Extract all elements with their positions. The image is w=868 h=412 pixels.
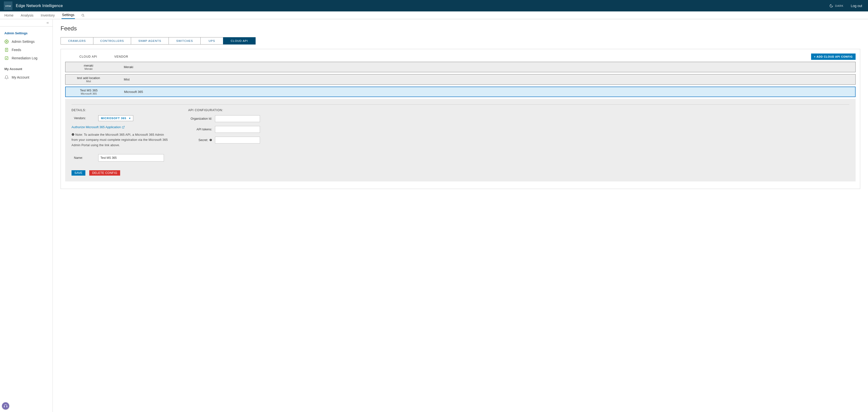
svg-point-2 bbox=[6, 41, 7, 42]
info-icon: ? bbox=[71, 133, 74, 136]
name-input[interactable] bbox=[98, 154, 164, 161]
sidebar-item-label: Remediation Log bbox=[12, 56, 37, 60]
api-config-title: API CONFIGURATION: bbox=[188, 108, 260, 112]
org-id-label: Organization Id: bbox=[188, 117, 215, 120]
details-panel: DETAILS: Vendors: MICROSOFT 365 ▼ bbox=[65, 99, 856, 182]
authorize-link-text: Authorize Microsoft 365 Application bbox=[71, 125, 121, 129]
dark-label: DARK bbox=[835, 4, 844, 7]
external-link-icon bbox=[122, 126, 125, 129]
secret-input[interactable] bbox=[215, 137, 260, 144]
save-button[interactable]: SAVE bbox=[71, 170, 85, 176]
svg-point-0 bbox=[82, 14, 84, 16]
svg-text:?: ? bbox=[210, 139, 211, 141]
svg-rect-14 bbox=[6, 406, 7, 407]
vendors-select[interactable]: MICROSOFT 365 ▼ bbox=[98, 115, 133, 121]
moon-icon bbox=[829, 4, 833, 8]
sidebar-item-label: Admin Settings bbox=[12, 40, 34, 43]
nav-analysis[interactable]: Analysis bbox=[20, 11, 34, 19]
sidebar-item-feeds[interactable]: Feeds bbox=[0, 46, 53, 54]
chevron-double-left-icon bbox=[46, 21, 50, 25]
sidebar-item-admin-settings[interactable]: Admin Settings bbox=[0, 37, 53, 46]
row-sub: Mist bbox=[65, 80, 112, 83]
feed-tabs: CRAWLERS CONTROLLERS SNMP AGENTS SWITCHE… bbox=[61, 37, 860, 44]
vendors-value: MICROSOFT 365 bbox=[101, 117, 126, 120]
row-name: meraki bbox=[65, 64, 112, 67]
tab-switches[interactable]: SWITCHES bbox=[168, 37, 200, 44]
app-title: Edge Network Intelligence bbox=[16, 4, 63, 8]
org-id-input[interactable] bbox=[215, 115, 260, 122]
details-title: DETAILS: bbox=[71, 108, 174, 112]
caret-down-icon: ▼ bbox=[128, 117, 131, 120]
ms365-note: ? Note: To activate the Microsoft 365 AP… bbox=[71, 132, 169, 148]
authorize-ms365-link[interactable]: Authorize Microsoft 365 Application bbox=[71, 125, 125, 129]
name-label: Name: bbox=[74, 156, 86, 160]
row-vendor: Meraki bbox=[124, 65, 133, 69]
delete-config-button[interactable]: DELETE CONFIG bbox=[89, 170, 120, 176]
nav-settings[interactable]: Settings bbox=[62, 11, 75, 19]
note-text: Note: To activate the Microsoft 365 API,… bbox=[71, 133, 168, 147]
dark-mode-toggle[interactable]: DARK bbox=[829, 4, 844, 8]
tab-snmp-agents[interactable]: SNMP AGENTS bbox=[131, 37, 168, 44]
vmw-logo: vmw bbox=[4, 1, 12, 10]
secret-label-text: Secret: bbox=[198, 138, 208, 142]
svg-text:?: ? bbox=[72, 134, 73, 135]
tab-cloud-api[interactable]: CLOUD API bbox=[223, 37, 256, 44]
sidebar-item-remediation-log[interactable]: Remediation Log bbox=[0, 54, 53, 62]
sidebar-item-my-account[interactable]: My Account bbox=[0, 73, 53, 82]
svg-line-8 bbox=[123, 126, 125, 127]
row-name: test add location bbox=[65, 76, 112, 80]
app-header: vmw Edge Network Intelligence DARK Log o… bbox=[0, 0, 868, 11]
sidebar: Admin Settings Admin Settings Feeds Reme… bbox=[0, 19, 53, 412]
sidebar-item-label: My Account bbox=[12, 75, 29, 79]
cloud-api-panel: CLOUD API VENDOR + ADD CLOUD API CONFIG … bbox=[61, 49, 860, 189]
sidebar-section-admin: Admin Settings bbox=[0, 27, 53, 37]
main-content: Feeds CRAWLERS CONTROLLERS SNMP AGENTS S… bbox=[53, 19, 868, 412]
gear-icon bbox=[4, 39, 9, 44]
th-vendor: VENDOR bbox=[114, 55, 144, 58]
table-row[interactable]: Test MS 365 Microsoft 365 Microsoft 365 bbox=[65, 87, 856, 97]
table-header-row: CLOUD API VENDOR + ADD CLOUD API CONFIG bbox=[65, 54, 856, 62]
row-name: Test MS 365 bbox=[66, 89, 112, 92]
nav-home[interactable]: Home bbox=[4, 11, 14, 19]
doc-icon bbox=[4, 48, 9, 52]
svg-rect-7 bbox=[5, 57, 8, 60]
tab-ups[interactable]: UPS bbox=[200, 37, 223, 44]
headset-icon bbox=[4, 404, 7, 408]
tab-controllers[interactable]: CONTROLLERS bbox=[93, 37, 131, 44]
row-sub: Microsoft 365 bbox=[66, 92, 112, 95]
th-cloud-api: CLOUD API bbox=[65, 55, 112, 58]
logo-text: vmw bbox=[5, 4, 11, 7]
table-row[interactable]: meraki Meraki Meraki bbox=[65, 62, 856, 72]
sidebar-collapse-button[interactable] bbox=[0, 19, 53, 27]
nav-inventory[interactable]: Inventory bbox=[40, 11, 56, 19]
api-tokens-label: API tokens: bbox=[188, 128, 215, 131]
api-tokens-input[interactable] bbox=[215, 126, 260, 133]
secret-label: Secret: ? bbox=[188, 138, 215, 142]
help-fab-button[interactable] bbox=[2, 402, 9, 410]
page-title: Feeds bbox=[61, 25, 860, 32]
check-square-icon bbox=[4, 56, 9, 60]
bell-icon bbox=[4, 75, 9, 80]
vendors-label: Vendors: bbox=[74, 117, 89, 120]
row-sub: Meraki bbox=[65, 67, 112, 70]
nav-search-icon[interactable] bbox=[81, 13, 85, 17]
svg-line-1 bbox=[84, 16, 84, 17]
row-vendor: Microsoft 365 bbox=[124, 90, 143, 94]
tab-crawlers[interactable]: CRAWLERS bbox=[61, 37, 93, 44]
sidebar-section-myaccount: My Account bbox=[0, 62, 53, 73]
svg-rect-13 bbox=[4, 406, 5, 407]
table-row[interactable]: test add location Mist Mist bbox=[65, 74, 856, 85]
sidebar-item-label: Feeds bbox=[12, 48, 21, 52]
help-icon[interactable]: ? bbox=[209, 139, 212, 141]
logout-link[interactable]: Log out bbox=[851, 4, 862, 8]
top-nav: Home Analysis Inventory Settings bbox=[0, 11, 868, 19]
add-cloud-api-config-button[interactable]: + ADD CLOUD API CONFIG bbox=[811, 54, 856, 60]
row-vendor: Mist bbox=[124, 77, 130, 81]
